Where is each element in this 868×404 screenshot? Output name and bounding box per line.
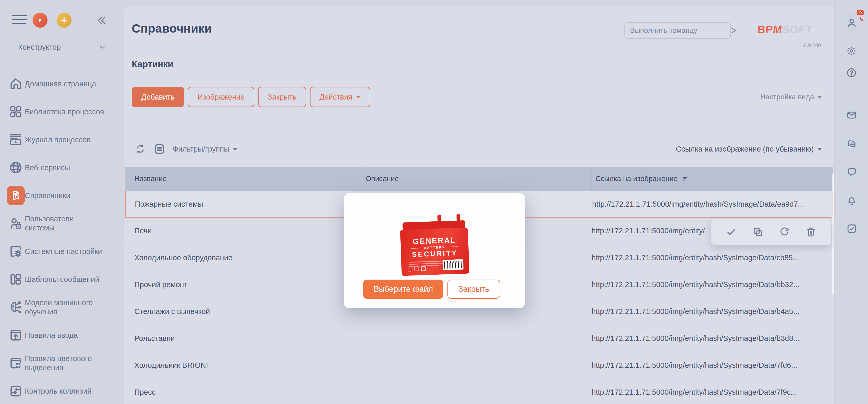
filters-groups-dropdown[interactable]: Фильтры/группы (173, 145, 238, 153)
row-image-url: http://172.21.1.71:5000/img/entity/hash/… (592, 361, 833, 370)
bpmsoft-app: Конструктор Домашняя страница Библиот (0, 0, 868, 404)
close-button[interactable]: Закрыть (258, 87, 306, 107)
row-name: Печи (134, 227, 362, 235)
unread-mail-badge (857, 10, 864, 15)
sidebar-nav: Домашняя страница Библиотека процессов Ж… (0, 70, 124, 404)
sort-descending-icon (682, 175, 688, 182)
sidebar-item-color-rules[interactable]: Правила цветового выделения (0, 349, 124, 377)
speech-bubble-icon (846, 167, 858, 178)
choose-file-button[interactable]: Выберите файл (363, 280, 443, 299)
workspace-label: Конструктор (18, 43, 61, 52)
filter-row: Фильтры/группы (134, 142, 238, 156)
collapse-sidebar-button[interactable] (96, 15, 107, 26)
table-row[interactable]: Рольставни http://172.21.1.71:5000/img/e… (125, 325, 833, 352)
sidebar-item-process-log[interactable]: Журнал процессов (0, 126, 124, 154)
confirm-icon[interactable] (725, 226, 737, 238)
missed-call-badge (859, 17, 865, 23)
sidebar-item-web-services[interactable]: Веб-сервисы (0, 154, 124, 181)
sidebar-item-home[interactable]: Домашняя страница (0, 70, 124, 98)
tasks-button[interactable] (841, 218, 863, 239)
question-mark-icon (846, 67, 857, 78)
sidebar-item-process-library[interactable]: Библиотека процессов (0, 98, 124, 126)
caret-down-icon (817, 96, 822, 98)
layout-columns-icon (0, 272, 25, 287)
divider (130, 48, 828, 48)
copy-icon[interactable] (752, 226, 764, 238)
sidebar-item-ml-models[interactable]: Модели машинного обучения (0, 293, 124, 321)
envelope-icon (846, 109, 858, 121)
modal-close-button[interactable]: Закрыть (447, 280, 500, 299)
upload-box-icon (0, 328, 25, 343)
right-rail (834, 0, 868, 404)
lookups-icon-active (7, 186, 25, 205)
row-actions-toolbar (711, 219, 831, 245)
chevron-down-icon (99, 44, 106, 51)
settings-square-icon (0, 244, 25, 259)
quick-add-button[interactable] (57, 13, 71, 28)
home-icon (0, 76, 25, 91)
sidebar-item-input-rules[interactable]: Правила ввода (0, 321, 124, 349)
notifications-button[interactable] (841, 190, 863, 211)
caret-down-icon (356, 96, 361, 98)
column-header-image-link[interactable]: Ссылка на изображение (592, 167, 833, 191)
row-image-url: http://172.21.1.71:5000/img/entity/hash/… (592, 334, 833, 343)
sidebar-item-lookups[interactable]: Справочники (0, 181, 124, 209)
color-highlight-rules-icon (0, 356, 25, 371)
action-buttons-row: Добавить Изображение Закрыть Действия (132, 87, 370, 107)
image-preview-dialog: GENERAL BATTERY SECURITY Выберите файл З… (344, 193, 525, 308)
column-header-description[interactable]: Описание (362, 167, 592, 191)
play-icon (37, 17, 43, 24)
delete-icon[interactable] (805, 226, 817, 238)
hamburger-menu-icon[interactable] (12, 15, 28, 25)
add-button[interactable]: Добавить (132, 87, 184, 107)
row-image-url: http://172.21.1.71:5000/img/entity/hash/… (592, 280, 833, 289)
table-row[interactable]: Пресс http://172.21.1.71:5000/img/entity… (125, 379, 833, 404)
battery-product-image: GENERAL BATTERY SECURITY (399, 213, 470, 276)
sidebar-item-collision-control[interactable]: Контроль коллизий (0, 377, 124, 404)
view-settings-dropdown[interactable]: Настройка вида (760, 92, 822, 103)
chats-button[interactable] (841, 133, 863, 155)
actions-dropdown-button[interactable]: Действия (310, 87, 370, 107)
run-process-button[interactable] (33, 13, 48, 28)
reload-icon[interactable] (778, 226, 790, 238)
bell-icon (846, 195, 858, 206)
sidebar-item-system-users[interactable]: Пользователи системы (0, 209, 124, 237)
row-image-url: http://172.21.1.71:5000/img/entity/hash/… (592, 254, 833, 262)
command-input[interactable] (625, 26, 728, 35)
email-button[interactable] (841, 104, 863, 126)
row-name: Рольставни (134, 334, 362, 343)
caret-down-icon (233, 148, 238, 150)
divider (8, 58, 107, 58)
command-line (624, 22, 731, 39)
row-name: Стеллажи с выпечкой (134, 307, 362, 316)
help-button[interactable] (846, 67, 857, 78)
settings-gear-icon[interactable] (846, 45, 857, 57)
user-lock-icon (0, 216, 25, 231)
user-profile-button[interactable] (841, 12, 863, 34)
app-version: 1.6.0.200 (757, 42, 821, 48)
image-button[interactable]: Изображение (188, 87, 254, 107)
sidebar-item-system-settings[interactable]: Системные настройки (0, 237, 124, 265)
workspace-selector[interactable]: Конструктор (18, 41, 106, 53)
row-name: Холодильное оборудование (134, 254, 362, 262)
table-row[interactable]: Холодильник BRIONI http://172.21.1.71:50… (125, 352, 833, 379)
row-image-url: http://172.21.1.71:5000/img/entity/hash/… (592, 307, 833, 316)
row-name: Прочий ремонт (134, 280, 362, 289)
row-name: Холодильник BRIONI (134, 361, 362, 370)
chat-bubbles-icon (846, 138, 858, 150)
sidebar-item-message-templates[interactable]: Шаблоны сообщений (0, 265, 124, 293)
table-header: Название Описание Ссылка на изображение (125, 167, 833, 191)
run-command-button[interactable] (728, 23, 738, 38)
page-title: Справочники (132, 21, 212, 35)
divider (8, 38, 107, 38)
row-image-url: http://172.21.1.71:5000/img/entity/hash/… (592, 388, 833, 397)
row-name: Пресс (134, 388, 362, 397)
check-square-icon (846, 223, 858, 235)
sort-dropdown[interactable]: Ссылка на изображение (по убыванию) (676, 142, 822, 156)
groups-list-icon[interactable] (153, 143, 166, 155)
main-content: Справочники BPMSOFT 1.6.0.200 Картинки Д… (124, 6, 834, 404)
refresh-icon[interactable] (134, 143, 146, 155)
column-header-name[interactable]: Название (134, 167, 362, 191)
comments-button[interactable] (841, 162, 863, 183)
brain-circuit-icon (0, 300, 25, 315)
